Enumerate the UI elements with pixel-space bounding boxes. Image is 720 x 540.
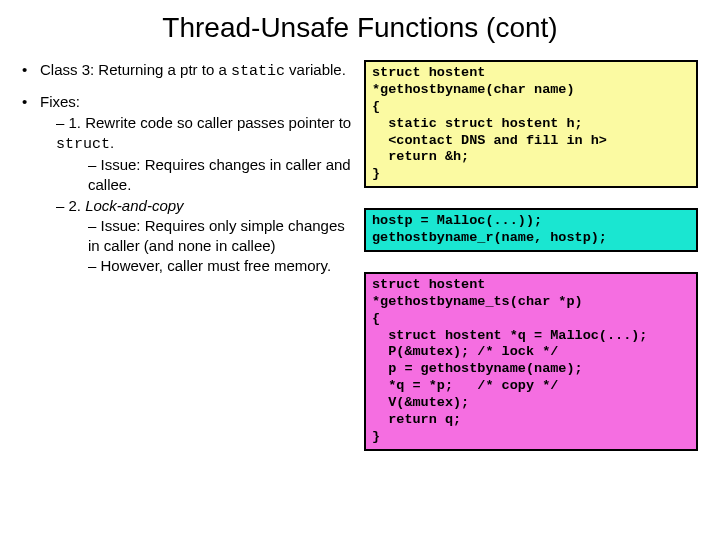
fix-2: – 2. Lock-and-copy [40,196,352,216]
fixes-label: Fixes: [40,92,352,112]
bullet-fixes: • Fixes: – 1. Rewrite code so caller pas… [22,92,352,276]
class3-text-pre: Class 3: Returning a ptr to a [40,61,227,78]
code-box-caller-r: hostp = Malloc(...)); gethostbyname_r(na… [364,208,698,252]
fix2-however: – However, caller must free memory. [40,256,352,276]
class3-text-post: variable. [285,61,346,78]
fix2-issue: – Issue: Requires only simple changes in… [40,216,352,257]
struct-keyword: struct [56,136,110,153]
fix1-text-post: . [110,134,114,151]
bullet-dot-icon: • [22,60,40,86]
fix1-issue: – Issue: Requires changes in caller and … [40,155,352,196]
code-box-gethostbyname: struct hostent *gethostbyname(char name)… [364,60,698,188]
left-column: • Class 3: Returning a ptr to a static v… [22,60,352,471]
content-columns: • Class 3: Returning a ptr to a static v… [22,60,698,471]
fix-1: – 1. Rewrite code so caller passes point… [40,113,352,156]
static-keyword: static [231,63,285,80]
slide-title: Thread-Unsafe Functions (cont) [22,12,698,44]
bullet-dot-icon: • [22,92,40,276]
code-box-gethostbyname-ts: struct hostent *gethostbyname_ts(char *p… [364,272,698,451]
fix1-text-pre: – 1. Rewrite code so caller passes point… [56,114,351,131]
bullet-class3: • Class 3: Returning a ptr to a static v… [22,60,352,86]
fix2-text-pre: – 2. [56,197,85,214]
right-column: struct hostent *gethostbyname(char name)… [364,60,698,471]
fix2-lock-and-copy: Lock-and-copy [85,197,183,214]
